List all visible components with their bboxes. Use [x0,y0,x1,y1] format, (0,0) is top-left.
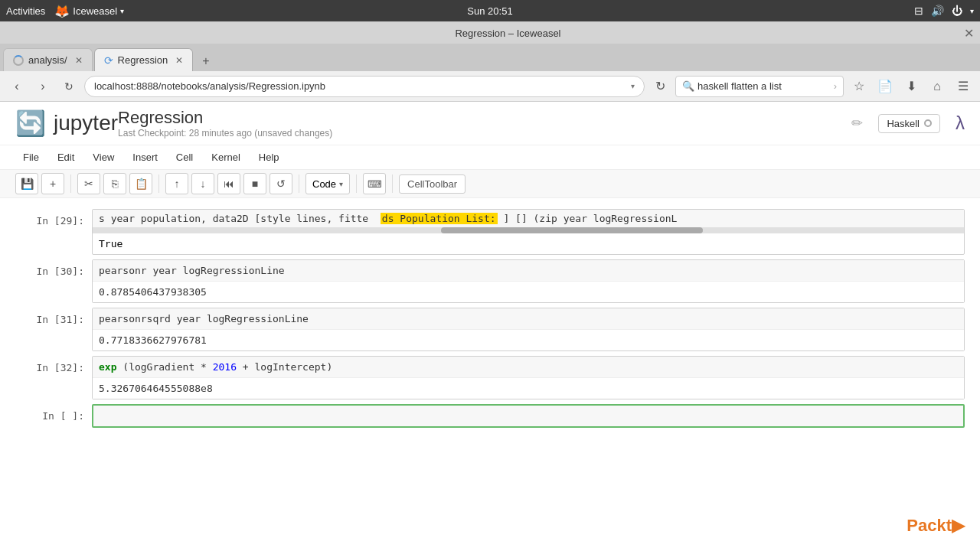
stop-button[interactable]: ■ [243,173,266,194]
system-bar: Activities 🦊 Iceweasel ▾ Sun 20:51 ⊟ 🔊 ⏻… [0,0,980,21]
jupyter-logo: 🔄 jupyter [15,109,118,138]
cell-row-29: In [29]: s year population, data2D [styl… [0,207,980,256]
paste-button[interactable]: 📋 [129,173,152,194]
cell-input-29[interactable]: s year population, data2D [style lines, … [93,210,964,227]
move-down-button[interactable]: ↓ [191,173,214,194]
cell-content-31[interactable]: pearsonrsqrd year logRegressionLine 0.77… [92,308,965,351]
cell-input-32[interactable]: exp (logGradient * 2016 + logIntercept) [93,357,964,377]
cell-input-30[interactable]: pearsonr year logRegressionLine [93,260,964,281]
restart-button[interactable]: ↺ [270,173,292,194]
horizontal-scrollbar-29[interactable] [93,227,964,233]
menu-cell[interactable]: Cell [168,148,201,166]
menu-file[interactable]: File [15,148,47,166]
cell-output-30: 0.8785406437938305 [93,281,964,302]
jupyter-logo-icon: 🔄 [15,109,46,138]
cell-label-32: In [32]: [15,356,92,399]
notebook-title[interactable]: Regression [118,108,332,128]
kernel-selector[interactable]: Haskell [878,114,940,133]
cell-label-31: In [31]: [15,308,92,351]
kernel-name: Haskell [887,118,920,129]
separator2 [158,174,159,193]
home-icon[interactable]: ⌂ [926,76,948,97]
tabs-bar: analysis/ ✕ ⟳ Regression ✕ + [0,44,980,71]
number-2016: 2016 [213,361,237,373]
new-tab-button[interactable]: + [196,51,215,71]
menu-icon[interactable]: ☰ [952,76,974,97]
menu-kernel[interactable]: Kernel [204,148,248,166]
cell-content-32[interactable]: exp (logGradient * 2016 + logIntercept) … [92,356,965,399]
copy-button[interactable]: ⎘ [103,173,126,194]
cell-content-29[interactable]: s year population, data2D [style lines, … [92,209,965,255]
window-icon[interactable]: ⊟ [914,5,923,17]
cell-label-30: In [30]: [15,259,92,303]
tab-regression[interactable]: ⟳ Regression ✕ [94,48,194,71]
cell-output-29: True [93,233,964,254]
address-dropdown[interactable]: ▾ [631,82,635,90]
celltoolbar-button[interactable]: CellToolbar [399,174,466,194]
cell-output-31: 0.7718336627976781 [93,329,964,350]
scrollbar-thumb-29 [441,227,702,233]
keyword-exp: exp [99,361,116,373]
move-up-button[interactable]: ↑ [165,173,188,194]
search-go[interactable]: › [834,80,837,92]
back-button[interactable]: ‹ [6,76,28,97]
search-icon: 🔍 [682,80,694,92]
cell-code-29: s year population, data2D [style lines, … [99,213,677,224]
separator5 [392,174,393,193]
save-button[interactable]: 💾 [15,173,38,194]
keyboard-shortcuts-button[interactable]: ⌨ [363,173,386,194]
menu-bar: File Edit View Insert Cell Kernel Help [0,145,980,170]
cell-content-empty[interactable] [92,404,965,428]
tab-favicon-regression: ⟳ [104,54,113,67]
cell-input-31[interactable]: pearsonrsqrd year logRegressionLine [93,308,964,329]
app-dropdown-icon[interactable]: ▾ [120,7,124,15]
insert-cell-button[interactable]: + [41,173,64,194]
cell-label-empty: In [ ]: [15,404,92,428]
app-menu[interactable]: 🦊 Iceweasel ▾ [54,4,124,18]
cut-button[interactable]: ✂ [77,173,100,194]
tab-analysis[interactable]: analysis/ ✕ [3,48,93,71]
goto-first-button[interactable]: ⏮ [217,173,240,194]
forward-button[interactable]: › [32,76,54,97]
menu-view[interactable]: View [85,148,122,166]
cell-type-label: Code [312,178,336,190]
jupyter-wordmark: jupyter [54,111,118,135]
cell-label-29: In [29]: [15,209,92,255]
menu-edit[interactable]: Edit [50,148,82,166]
browser-window: Regression – Iceweasel ✕ analysis/ ✕ ⟳ R… [0,21,980,551]
cell-output-32: 5.326706464555088e8 [93,377,964,399]
cell-input-empty[interactable] [93,406,963,426]
notebook-content: In [29]: s year population, data2D [styl… [0,198,980,551]
power-dropdown-icon[interactable]: ▾ [970,7,974,15]
menu-insert[interactable]: Insert [125,148,165,166]
cell-content-30[interactable]: pearsonr year logRegressionLine 0.878540… [92,259,965,303]
power-icon[interactable]: ⏻ [952,5,962,17]
reload-btn2[interactable]: ↻ [649,76,671,97]
cell-row-30: In [30]: pearsonr year logRegressionLine… [0,258,980,305]
title-bar: Regression – Iceweasel ✕ [0,22,980,44]
sound-icon[interactable]: 🔊 [931,5,944,17]
activities-menu[interactable]: Activities [6,5,45,17]
cell-row-31: In [31]: pearsonrsqrd year logRegression… [0,306,980,353]
tab-close-regression[interactable]: ✕ [175,55,183,66]
cell-row-empty: In [ ]: [0,403,980,429]
system-time: Sun 20:51 [467,5,512,17]
packt-logo: Packt▶ [906,516,965,536]
search-text: haskell flatten a list [697,80,831,92]
download-icon[interactable]: ⬇ [900,76,922,97]
address-bar[interactable]: localhost:8888/notebooks/analysis/Regres… [84,76,645,97]
close-button[interactable]: ✕ [964,26,974,41]
jupyter-container: 🔄 jupyter Regression Last Checkpoint: 28… [0,102,980,551]
bookmark-star-icon[interactable]: ☆ [848,76,870,97]
reload-button[interactable]: ↻ [58,76,80,97]
jupyter-title-area: Regression Last Checkpoint: 28 minutes a… [118,108,332,139]
window-title: Regression – Iceweasel [52,28,964,39]
menu-help[interactable]: Help [251,148,287,166]
tab-close-analysis[interactable]: ✕ [75,55,83,66]
edit-pencil-icon[interactable]: ✏ [851,115,863,132]
app-favicon: 🦊 [54,4,70,18]
reader-icon[interactable]: 📄 [874,76,896,97]
tab-label-regression: Regression [118,54,168,66]
cell-type-selector[interactable]: Code ▾ [305,173,350,194]
search-bar[interactable]: 🔍 haskell flatten a list › [675,76,844,97]
